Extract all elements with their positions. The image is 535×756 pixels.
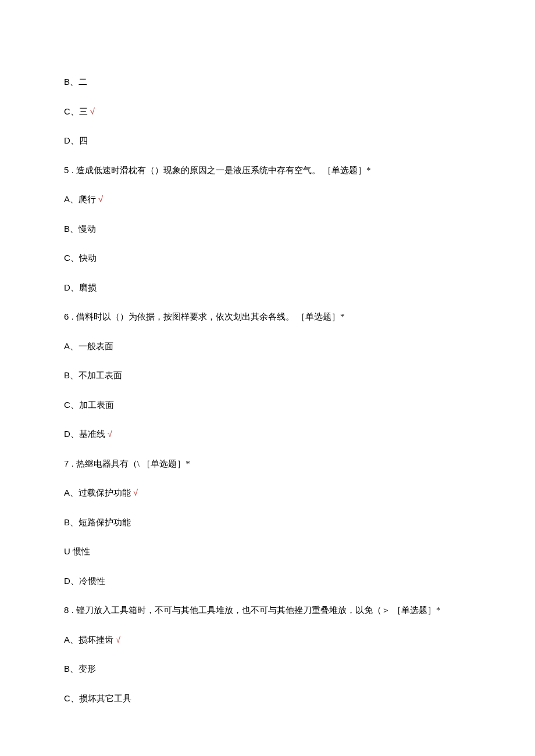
question-sep: . <box>72 165 74 175</box>
question-text: 热继电器具有（\ <box>76 459 140 468</box>
option-label: B、 <box>64 517 79 527</box>
option-label: B、 <box>64 224 79 234</box>
option-row: A、爬行√ <box>64 193 471 206</box>
option-row: C、快动 <box>64 252 471 265</box>
question-number: 8 <box>64 605 69 615</box>
option-label: A、 <box>64 341 79 351</box>
option-label: B、 <box>64 77 79 87</box>
question-stem: 7 . 热继电器具有（\ ［单选题］* <box>64 457 471 471</box>
question-text: 借料时以（）为依据，按图样要求，依次划出其余各线。 <box>76 312 294 321</box>
option-text: 惯性 <box>73 546 90 556</box>
option-row: A、过载保护功能√ <box>64 486 471 500</box>
option-row: C、三√ <box>64 105 471 119</box>
option-label: D、 <box>64 135 79 145</box>
check-icon: √ <box>133 488 138 497</box>
option-label: B、 <box>64 664 79 673</box>
question-stem: 8 . 铿刀放入工具箱时，不可与其他工具堆放，也不可与其他挫刀重叠堆放，以免（＞… <box>64 604 471 617</box>
option-text: 变形 <box>79 664 96 673</box>
option-label: C、 <box>64 253 79 263</box>
option-text: 二 <box>79 77 87 87</box>
option-row: C、加工表面 <box>64 399 471 412</box>
option-label: C、 <box>64 693 79 703</box>
option-label: A、 <box>64 194 79 204</box>
option-row: D、磨损 <box>64 281 471 295</box>
option-row: D、基准线√ <box>64 428 471 441</box>
option-text: 不加工表面 <box>79 370 122 380</box>
option-text: 基准线 <box>79 429 105 439</box>
option-row: B、二 <box>64 76 471 89</box>
check-icon: √ <box>90 106 95 116</box>
option-row: D、冷惯性 <box>64 575 471 588</box>
option-text: 过载保护功能 <box>79 488 131 497</box>
option-row: A、一般表面 <box>64 340 471 353</box>
check-icon: √ <box>116 635 120 644</box>
option-text: 快动 <box>79 253 97 263</box>
question-sep: . <box>72 605 74 615</box>
check-icon: √ <box>98 194 103 204</box>
option-text: 磨损 <box>79 282 97 292</box>
option-row: B、慢动 <box>64 223 471 236</box>
option-text: 损坏其它工具 <box>79 693 131 703</box>
option-label: A、 <box>64 635 79 644</box>
option-label: D、 <box>64 576 79 586</box>
option-text: 一般表面 <box>79 341 113 351</box>
option-label: C、 <box>64 106 79 116</box>
option-row: A、损坏挫齿√ <box>64 633 471 647</box>
option-row: B、不加工表面 <box>64 369 471 382</box>
option-row: C、损坏其它工具 <box>64 692 471 705</box>
question-tag: ［单选题］* <box>142 459 190 468</box>
question-text: 铿刀放入工具箱时，不可与其他工具堆放，也不可与其他挫刀重叠堆放，以免（＞ <box>76 605 390 615</box>
option-text: 加工表面 <box>79 400 114 410</box>
question-tag: ［单选题］* <box>393 605 441 615</box>
question-sep: . <box>72 458 74 468</box>
question-sep: . <box>72 311 74 321</box>
question-stem: 5 . 造成低速时滑枕有（）现象的原因之一是液压系统中存有空气。 ［单选题］* <box>64 164 471 177</box>
option-text: 损坏挫齿 <box>79 635 113 644</box>
option-row: U 惯性 <box>64 545 471 558</box>
option-text: 慢动 <box>79 224 96 234</box>
question-number: 5 <box>64 165 69 175</box>
option-text: 三 <box>79 106 88 116</box>
option-text: 冷惯性 <box>79 576 105 586</box>
option-text: 爬行 <box>79 194 96 204</box>
option-label: C、 <box>64 400 79 410</box>
option-label: D、 <box>64 429 79 439</box>
option-text: 四 <box>79 135 88 145</box>
option-row: D、四 <box>64 134 471 148</box>
option-row: B、短路保护功能 <box>64 516 471 529</box>
check-icon: √ <box>108 429 112 439</box>
option-label: A、 <box>64 488 79 497</box>
question-number: 6 <box>64 311 69 321</box>
question-text: 造成低速时滑枕有（）现象的原因之一是液压系统中存有空气。 <box>76 166 320 175</box>
question-tag: ［单选题］* <box>323 166 371 175</box>
option-label: B、 <box>64 370 79 380</box>
option-row: B、变形 <box>64 662 471 676</box>
question-tag: ［单选题］* <box>297 312 345 321</box>
option-label: D、 <box>64 282 79 292</box>
option-text: 短路保护功能 <box>79 517 131 527</box>
option-label: U <box>64 546 73 556</box>
question-stem: 6 . 借料时以（）为依据，按图样要求，依次划出其余各线。 ［单选题］* <box>64 310 471 324</box>
question-number: 7 <box>64 458 69 468</box>
